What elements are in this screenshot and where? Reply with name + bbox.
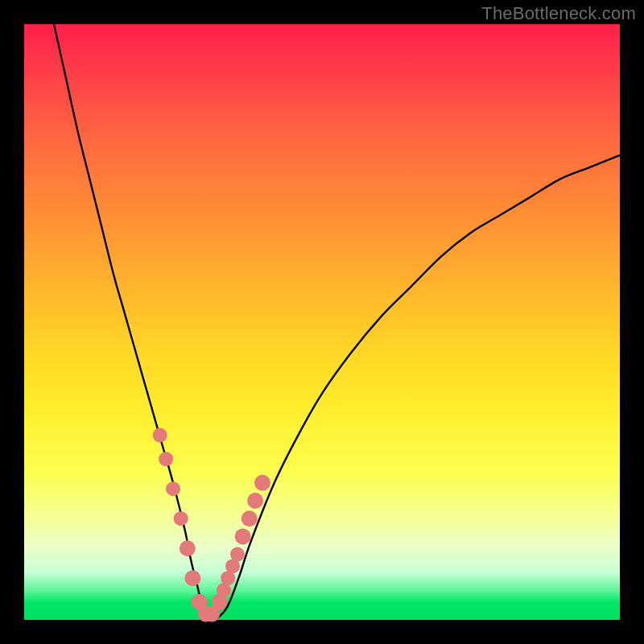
chart-svg: [24, 24, 620, 620]
marker-dot: [159, 452, 173, 466]
marker-dot: [247, 493, 263, 509]
bottleneck-curve: [54, 24, 620, 621]
marker-dot: [184, 570, 200, 586]
marker-dot: [235, 528, 251, 544]
marker-dot: [242, 510, 258, 526]
plot-area: [24, 24, 620, 620]
marker-dot: [174, 511, 188, 526]
highlight-dots: [153, 428, 270, 622]
marker-dot: [153, 428, 167, 443]
marker-dot: [254, 475, 270, 491]
watermark-text: TheBottleneck.com: [481, 3, 636, 24]
marker-dot: [180, 540, 196, 556]
marker-dot: [230, 547, 245, 562]
chart-frame: TheBottleneck.com: [0, 0, 644, 644]
marker-dot: [166, 481, 180, 496]
